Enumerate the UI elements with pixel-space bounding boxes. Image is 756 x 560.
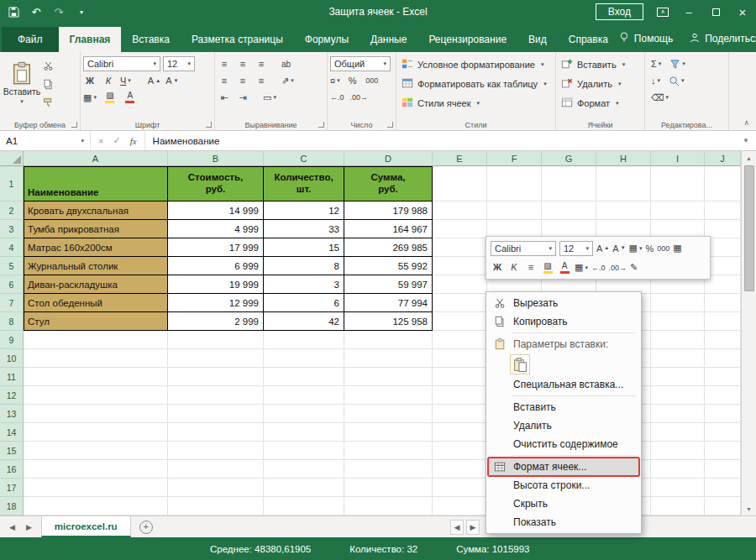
align-center-icon[interactable]: ≡: [236, 73, 249, 88]
row-header-3[interactable]: 3: [0, 220, 24, 238]
scroll-down-icon[interactable]: ▼: [742, 502, 756, 516]
cell-B1[interactable]: Стоимость, руб.: [168, 166, 264, 201]
menu-item-clear-contents[interactable]: Очистить содержимое: [488, 435, 639, 453]
insert-cells-button[interactable]: Вставить▾: [559, 55, 642, 74]
menu-item-unhide[interactable]: Показать: [488, 513, 639, 531]
save-icon[interactable]: [7, 5, 20, 18]
comma-style-icon[interactable]: 000: [365, 73, 379, 88]
cell-C18[interactable]: [264, 497, 344, 516]
row-header-13[interactable]: 13: [0, 405, 24, 423]
cell-I12[interactable]: [651, 386, 705, 405]
merge-center-icon[interactable]: ▭▾: [263, 90, 276, 105]
close-button[interactable]: ×: [736, 5, 749, 19]
cell-C8[interactable]: 42: [264, 312, 344, 331]
ribbon-tab-1[interactable]: Главная: [59, 27, 122, 52]
cell-C11[interactable]: [264, 368, 344, 386]
menu-item-copy[interactable]: Копировать: [488, 312, 639, 331]
align-top-icon[interactable]: ≡: [218, 56, 231, 71]
cell-I9[interactable]: [651, 331, 705, 349]
cell-E8[interactable]: [433, 312, 487, 331]
cell-B17[interactable]: [168, 479, 264, 497]
ribbon-display-options-icon[interactable]: ∧: [657, 8, 669, 17]
row-header-18[interactable]: 18: [0, 497, 24, 516]
horizontal-scrollbar[interactable]: ◀ ▶: [450, 519, 480, 535]
undo-icon[interactable]: ↶: [29, 5, 43, 18]
mini-italic-icon[interactable]: K: [507, 260, 521, 275]
cell-G2[interactable]: [542, 201, 596, 220]
cell-I1[interactable]: [651, 166, 705, 201]
format-painter-icon[interactable]: [41, 95, 55, 110]
mini-brush-icon[interactable]: ✎: [630, 260, 638, 275]
cell-D9[interactable]: [344, 331, 433, 349]
cancel-entry-icon[interactable]: ×: [98, 136, 103, 146]
cell-C3[interactable]: 33: [264, 220, 344, 238]
row-header-2[interactable]: 2: [0, 201, 24, 220]
percent-style-icon[interactable]: %: [346, 73, 360, 88]
menu-item-insert[interactable]: Вставить: [488, 398, 639, 416]
format-cells-button[interactable]: Формат▾: [559, 93, 642, 113]
collapse-ribbon-icon[interactable]: ∧: [743, 118, 749, 127]
dialog-launcher-clipboard[interactable]: [71, 122, 77, 128]
cell-C1[interactable]: Количество, шт.: [264, 166, 344, 201]
menu-item-row-height[interactable]: Высота строки...: [488, 476, 639, 495]
ribbon-tab-7[interactable]: Вид: [517, 27, 558, 52]
clear-icon[interactable]: ⌫▾: [651, 90, 669, 105]
new-sheet-button[interactable]: +: [139, 521, 153, 534]
mini-borders-icon[interactable]: ▦▾: [575, 260, 588, 275]
menu-item-paste-special[interactable]: Специальная вставка...: [488, 375, 639, 394]
mini-increase-decimal-icon[interactable]: ←.0: [591, 260, 606, 275]
mini-font-name-select[interactable]: Calibri▾: [491, 241, 556, 256]
row-header-16[interactable]: 16: [0, 460, 24, 479]
cell-D10[interactable]: [344, 349, 433, 368]
cell-E11[interactable]: [433, 368, 487, 386]
grow-font-icon[interactable]: А▲: [148, 73, 160, 88]
menu-item-paste-option[interactable]: [488, 353, 639, 375]
cell-D1[interactable]: Сумма, руб.: [344, 166, 433, 201]
cell-D16[interactable]: [344, 460, 433, 479]
cell-G1[interactable]: [542, 166, 596, 201]
cell-J1[interactable]: [705, 166, 741, 201]
cell-E15[interactable]: [433, 442, 487, 460]
cell-C9[interactable]: [264, 331, 344, 349]
column-header-E[interactable]: E: [433, 151, 487, 166]
cell-B10[interactable]: [168, 349, 264, 368]
cell-E12[interactable]: [433, 386, 487, 405]
align-middle-icon[interactable]: ≡: [236, 56, 249, 71]
cell-D15[interactable]: [344, 442, 433, 460]
cell-E2[interactable]: [433, 201, 487, 220]
ribbon-tab-4[interactable]: Формулы: [294, 27, 360, 52]
cell-A4[interactable]: Матрас 160x200см: [24, 238, 168, 257]
cell-A10[interactable]: [24, 349, 168, 368]
cell-A8[interactable]: Стул: [24, 312, 168, 331]
cell-B5[interactable]: 6 999: [168, 257, 264, 275]
cell-A11[interactable]: [24, 368, 168, 386]
cell-A14[interactable]: [24, 423, 168, 442]
cell-A6[interactable]: Диван-раскладушка: [24, 275, 168, 294]
ribbon-tab-3[interactable]: Разметка страницы: [181, 27, 294, 52]
accounting-format-icon[interactable]: ¤▾: [330, 73, 340, 88]
mini-format-painter-icon[interactable]: ▦▾: [629, 241, 643, 256]
cell-D17[interactable]: [344, 479, 433, 497]
cell-E6[interactable]: [433, 275, 487, 294]
cell-E3[interactable]: [433, 220, 487, 238]
fill-icon[interactable]: ↓▾: [651, 73, 660, 88]
cell-J11[interactable]: [705, 368, 741, 386]
formula-content[interactable]: Наименование: [145, 131, 736, 150]
column-header-A[interactable]: A: [24, 151, 168, 166]
cell-J17[interactable]: [705, 479, 741, 497]
cell-E13[interactable]: [433, 405, 487, 423]
row-header-9[interactable]: 9: [0, 331, 24, 349]
cell-D6[interactable]: 59 997: [344, 275, 433, 294]
cell-J10[interactable]: [705, 349, 741, 368]
cell-J7[interactable]: [705, 294, 741, 312]
cell-A1[interactable]: Наименование: [24, 166, 168, 201]
cell-B15[interactable]: [168, 442, 264, 460]
cell-C4[interactable]: 15: [264, 238, 344, 257]
ribbon-tab-0[interactable]: Файл: [2, 27, 59, 52]
column-header-G[interactable]: G: [542, 151, 596, 166]
menu-item-format-cells[interactable]: Формат ячеек...: [488, 458, 639, 476]
cell-I13[interactable]: [651, 405, 705, 423]
dialog-launcher-font[interactable]: [206, 122, 212, 128]
minimize-button[interactable]: –: [682, 6, 696, 18]
cell-D18[interactable]: [344, 497, 433, 516]
